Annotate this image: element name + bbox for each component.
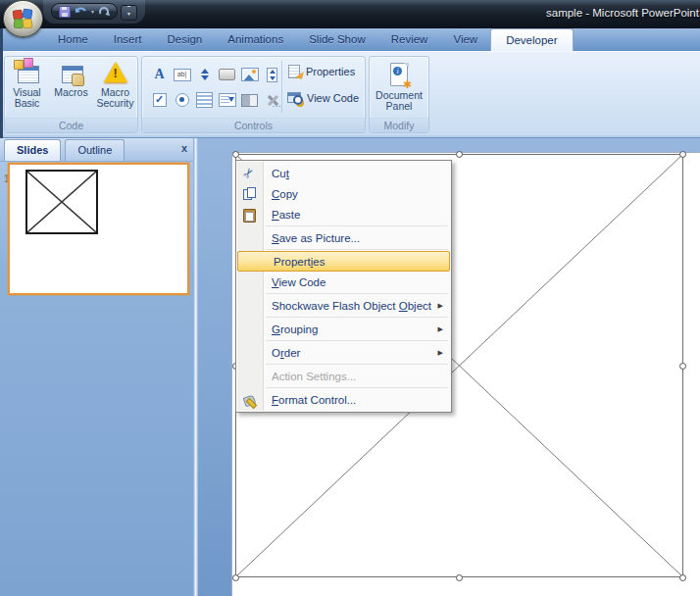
tab-outline[interactable]: Outline xyxy=(65,139,125,161)
format-control-icon xyxy=(242,392,257,407)
combo-box-control-button[interactable] xyxy=(217,87,237,113)
menu-item-save-as-picture[interactable]: Save as Picture... xyxy=(236,227,451,248)
check-box-control-icon: ✓ xyxy=(153,93,167,107)
menu-separator xyxy=(266,364,448,365)
view-code-icon xyxy=(287,91,303,105)
tab-developer[interactable]: Developer xyxy=(490,28,573,51)
properties-button[interactable]: Properties xyxy=(287,61,359,82)
powerpoint-window: sample - Microsoft PowerPoint ▾ ▾ Home I… xyxy=(0,0,700,596)
tab-animations[interactable]: Animations xyxy=(215,28,296,50)
combo-box-control-icon xyxy=(219,93,236,107)
resize-handle-top-left[interactable] xyxy=(232,151,239,158)
menu-item-copy[interactable]: Copy xyxy=(236,183,451,204)
menu-separator xyxy=(266,249,448,250)
menu-item-properties[interactable]: Properties xyxy=(237,251,450,272)
paste-icon xyxy=(242,207,257,222)
resize-handle-bottom-left[interactable] xyxy=(232,574,239,581)
ribbon-group-controls: A ab| ✓ ... Propert xyxy=(141,56,366,133)
ribbon-tab-row: Home Insert Design Animations Slide Show… xyxy=(0,28,700,51)
list-box-control-button[interactable] xyxy=(194,87,215,113)
macros-icon xyxy=(58,60,84,85)
scroll-bar-control-button[interactable] xyxy=(262,62,282,87)
toggle-button-control-icon xyxy=(241,94,258,107)
menu-item-view-code[interactable]: View Code xyxy=(236,272,451,292)
menu-separator xyxy=(266,317,448,318)
menu-item-grouping[interactable]: Grouping xyxy=(236,319,451,339)
menu-item-format-control[interactable]: Format Control... xyxy=(236,389,451,410)
option-button-control-icon xyxy=(175,93,189,107)
menu-item-action-settings: Action Settings... xyxy=(236,366,451,386)
more-controls-button[interactable]: ... xyxy=(262,87,282,113)
cut-icon xyxy=(242,166,257,180)
undo-dropdown-icon[interactable]: ▾ xyxy=(91,9,94,15)
menu-item-order[interactable]: Order xyxy=(236,342,451,363)
undo-button[interactable] xyxy=(75,6,87,17)
resize-handle-bottom-middle[interactable] xyxy=(456,574,463,581)
command-button-control-icon xyxy=(219,69,235,80)
view-code-button[interactable]: View Code xyxy=(287,87,359,109)
label-control-button[interactable]: A xyxy=(149,62,170,87)
controls-divider xyxy=(281,61,282,113)
ribbon: Visual Basic Macros ! Macro Security Cod… xyxy=(0,51,700,138)
text-box-control-icon: ab| xyxy=(174,69,191,81)
scroll-bar-control-icon xyxy=(267,68,277,82)
tab-design[interactable]: Design xyxy=(154,28,215,50)
check-box-control-button[interactable]: ✓ xyxy=(149,87,170,113)
slides-panel-tabs: Slides Outline x xyxy=(0,138,193,162)
window-left-edge xyxy=(0,28,3,138)
properties-icon xyxy=(287,65,302,78)
macro-security-icon: ! xyxy=(102,60,129,85)
document-panel-icon: i✱ xyxy=(388,63,410,88)
tab-view[interactable]: View xyxy=(440,28,490,50)
group-label-modify: Modify xyxy=(370,118,428,132)
close-panel-button[interactable]: x xyxy=(181,142,187,154)
window-title: sample - Microsoft PowerPoint xyxy=(546,7,700,19)
resize-handle-top-right[interactable] xyxy=(679,151,686,158)
office-button[interactable] xyxy=(3,0,43,37)
menu-item-shockwave-flash-object[interactable]: Shockwave Flash Object Object xyxy=(236,295,451,316)
office-logo-icon xyxy=(13,9,32,27)
menu-separator xyxy=(266,340,448,341)
repeat-button[interactable] xyxy=(98,6,110,17)
image-control-button[interactable] xyxy=(239,62,260,87)
tab-slide-show[interactable]: Slide Show xyxy=(296,28,378,50)
spin-button-control-icon xyxy=(201,69,209,80)
ribbon-group-code: Visual Basic Macros ! Macro Security Cod… xyxy=(4,56,138,133)
resize-handle-bottom-right[interactable] xyxy=(679,574,686,581)
visual-basic-icon xyxy=(14,60,40,85)
option-button-control-button[interactable] xyxy=(172,87,192,113)
context-menu: Cut Copy Paste Save as Picture... Proper… xyxy=(235,160,452,413)
group-label-controls: Controls xyxy=(142,118,365,132)
group-label-code: Code xyxy=(5,118,137,132)
toggle-button-control-button[interactable] xyxy=(239,87,260,113)
menu-separator xyxy=(266,387,448,388)
workspace: Slides Outline x 1 xyxy=(0,138,700,596)
document-panel-button[interactable]: i✱ Document Panel xyxy=(370,57,428,112)
thumbnail-flash-object xyxy=(25,170,98,234)
command-button-control-button[interactable] xyxy=(217,62,237,87)
label-control-icon: A xyxy=(154,67,164,82)
text-box-control-button[interactable]: ab| xyxy=(172,62,192,87)
customize-quick-access-button[interactable]: ▾ xyxy=(121,5,137,21)
quick-access-toolbar: ▾ xyxy=(51,3,118,20)
ribbon-group-modify: i✱ Document Panel Modify xyxy=(369,56,429,133)
panel-splitter[interactable] xyxy=(193,138,198,596)
list-box-control-icon xyxy=(196,92,213,108)
title-bar: sample - Microsoft PowerPoint ▾ ▾ xyxy=(0,0,700,28)
save-icon[interactable] xyxy=(59,6,71,18)
tab-slides[interactable]: Slides xyxy=(4,139,61,161)
tab-review[interactable]: Review xyxy=(378,28,441,50)
menu-separator xyxy=(266,225,448,226)
tab-home[interactable]: Home xyxy=(45,28,101,50)
menu-item-paste[interactable]: Paste xyxy=(236,204,451,224)
more-controls-icon: ... xyxy=(265,93,280,107)
menu-item-cut[interactable]: Cut xyxy=(236,163,451,183)
resize-handle-top-middle[interactable] xyxy=(456,151,463,158)
resize-handle-middle-right[interactable] xyxy=(679,363,686,370)
image-control-icon xyxy=(241,68,259,81)
slides-panel: Slides Outline x 1 xyxy=(0,138,193,596)
slide-thumbnail[interactable] xyxy=(8,163,189,295)
copy-icon xyxy=(242,186,257,201)
spin-button-control-button[interactable] xyxy=(194,62,215,87)
tab-insert[interactable]: Insert xyxy=(101,28,155,50)
